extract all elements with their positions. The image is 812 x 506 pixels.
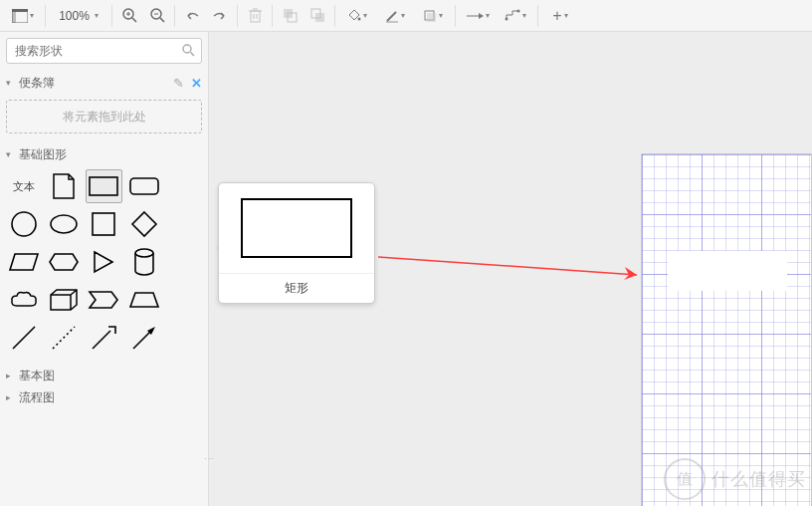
shape-rectangle[interactable]	[86, 169, 121, 203]
separator	[237, 5, 238, 27]
panel-flow-head[interactable]: ▸ 流程图	[6, 386, 202, 408]
undo-button[interactable]	[178, 3, 206, 29]
svg-point-30	[12, 212, 36, 236]
shape-step[interactable]	[86, 283, 121, 317]
split-handle[interactable]: ⋮	[203, 453, 216, 464]
edit-icon[interactable]: ✎	[173, 76, 184, 91]
svg-line-36	[93, 331, 110, 349]
shape-empty3	[166, 245, 202, 279]
svg-point-33	[135, 249, 153, 257]
svg-rect-22	[427, 13, 436, 22]
shape-note[interactable]	[46, 169, 82, 203]
shape-ellipse[interactable]	[46, 207, 82, 241]
panel-notes-head[interactable]: ▾ 便条簿 ✎ ✕	[6, 72, 202, 94]
caret-icon: ▾	[30, 11, 34, 20]
shape-cylinder[interactable]	[126, 245, 162, 279]
svg-point-25	[517, 9, 520, 12]
shape-trapezoid[interactable]	[126, 283, 162, 317]
tooltip-label: 矩形	[219, 273, 374, 303]
shape-tooltip: 矩形	[218, 182, 375, 304]
panel-flow-title: 流程图	[19, 389, 55, 406]
tooltip-preview	[219, 183, 374, 273]
svg-line-34	[13, 327, 35, 349]
panel-notes-title: 便条簿	[19, 75, 55, 92]
shape-hexagon[interactable]	[46, 245, 82, 279]
shape-arrow-line2[interactable]	[126, 321, 162, 355]
panel-basic2-head[interactable]: ▸ 基本图	[6, 365, 202, 386]
close-icon[interactable]: ✕	[191, 76, 202, 91]
shape-rounded-rect[interactable]	[126, 169, 162, 203]
to-front-button[interactable]	[276, 3, 304, 29]
shape-text[interactable]: 文本	[6, 169, 42, 203]
caret-icon: ▾	[564, 11, 568, 20]
canvas-grid[interactable]	[641, 153, 812, 506]
zoom-out-button[interactable]	[143, 3, 171, 29]
svg-point-31	[51, 215, 77, 233]
collapse-icon: ▾	[6, 78, 16, 88]
zoom-in-button[interactable]	[115, 3, 143, 29]
svg-line-35	[53, 327, 75, 349]
separator	[334, 5, 335, 27]
svg-point-19	[358, 17, 361, 20]
toolbar: ▾ 100% ▾ ▾ ▾ ▾ ▾	[0, 0, 812, 32]
redo-button[interactable]	[206, 3, 234, 29]
search-input[interactable]	[6, 38, 202, 64]
zoom-dropdown[interactable]: 100% ▾	[49, 9, 108, 23]
insert-button[interactable]: + ▾	[541, 3, 579, 29]
expand-icon: ▸	[6, 392, 16, 402]
svg-line-8	[160, 18, 164, 22]
shape-triangle[interactable]	[86, 245, 121, 279]
tooltip-rect-icon	[241, 198, 352, 258]
svg-rect-10	[251, 11, 260, 22]
placed-rectangle[interactable]	[668, 251, 787, 291]
shadow-button[interactable]: ▾	[414, 3, 452, 29]
watermark-text: 什么值得买	[711, 467, 806, 491]
shape-arrow-line1[interactable]	[86, 321, 121, 355]
line-color-button[interactable]: ▾	[376, 3, 414, 29]
caret-icon: ▾	[439, 11, 443, 20]
separator	[537, 5, 538, 27]
shape-square[interactable]	[86, 207, 121, 241]
svg-line-37	[133, 331, 151, 349]
svg-rect-28	[90, 177, 117, 195]
separator	[272, 5, 273, 27]
sidebar: ▾ 便条簿 ✎ ✕ 将元素拖到此处 ▾ 基础图形 文本	[0, 32, 209, 506]
shape-dashed-line[interactable]	[46, 321, 82, 355]
collapse-icon: ▾	[6, 149, 16, 159]
svg-rect-20	[386, 21, 398, 23]
svg-rect-29	[130, 178, 158, 194]
notes-dropzone[interactable]: 将元素拖到此处	[6, 100, 202, 133]
caret-icon: ▾	[486, 11, 490, 20]
fill-color-button[interactable]: ▾	[338, 3, 376, 29]
separator	[111, 5, 112, 27]
shape-empty5	[166, 321, 202, 355]
svg-rect-32	[93, 213, 114, 235]
zoom-value: 100%	[59, 9, 90, 23]
shape-diamond[interactable]	[126, 207, 162, 241]
shape-empty2	[166, 207, 202, 241]
panel-basic2-title: 基本图	[19, 368, 55, 384]
svg-point-24	[506, 17, 508, 20]
shape-circle[interactable]	[6, 207, 42, 241]
separator	[455, 5, 456, 27]
search-wrap	[6, 38, 202, 64]
caret-icon: ▾	[363, 11, 367, 20]
shape-cube[interactable]	[46, 283, 82, 317]
panel-basic-head[interactable]: ▾ 基础图形	[6, 143, 202, 165]
separator	[45, 5, 46, 27]
shape-line[interactable]	[6, 321, 42, 355]
shape-cloud[interactable]	[6, 283, 42, 317]
layout-button[interactable]: ▾	[4, 3, 42, 29]
shape-parallelogram[interactable]	[6, 245, 42, 279]
caret-icon: ▾	[401, 11, 405, 20]
watermark-icon: 值	[664, 458, 706, 500]
svg-rect-1	[12, 9, 28, 12]
waypoints-button[interactable]: ▾	[497, 3, 534, 29]
caret-icon: ▾	[95, 11, 99, 20]
connection-style-button[interactable]: ▾	[459, 3, 497, 29]
shape-grid: 文本	[6, 165, 202, 365]
caret-icon: ▾	[522, 11, 526, 20]
delete-button[interactable]	[241, 3, 269, 29]
expand-icon: ▸	[6, 371, 16, 380]
to-back-button[interactable]	[304, 3, 331, 29]
